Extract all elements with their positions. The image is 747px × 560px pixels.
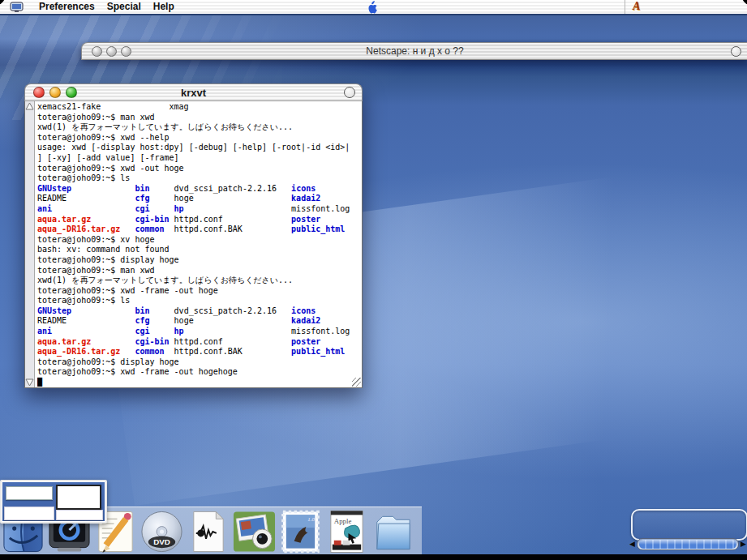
menu-item-help[interactable]: Help	[153, 0, 174, 14]
netscape-window-title: Netscape: н и д х о ??	[82, 45, 747, 57]
bottom-right-scrollbar: ◀ ▶	[629, 539, 746, 549]
menu-item-special[interactable]: Special	[107, 0, 141, 14]
netscape-window-titlebar[interactable]: Netscape: н и д х о ??	[81, 42, 747, 60]
system-menu-icon[interactable]	[10, 2, 24, 13]
dock-browser-apple-page-icon[interactable]: Apple	[324, 508, 370, 555]
dock-iphoto-icon[interactable]	[231, 508, 277, 555]
svg-text:Apple: Apple	[334, 517, 352, 525]
scroll-up-icon[interactable]	[25, 101, 34, 111]
resize-grip[interactable]	[352, 378, 361, 387]
terminal-collapse-button[interactable]	[344, 87, 355, 98]
dock-sound-document-icon[interactable]	[185, 508, 231, 555]
terminal-titlebar[interactable]: krxvt	[24, 83, 363, 101]
dock-mail-icon[interactable]: 1.0	[277, 508, 324, 555]
menu-bar-separator	[625, 0, 625, 14]
dock-folder-icon[interactable]	[370, 508, 416, 555]
scrollbar-right-arrow-icon[interactable]: ▶	[741, 539, 746, 549]
terminal-body: xemacs21-fake xmagtotera@joho09:~$ man x…	[24, 101, 363, 388]
terminal-scrollbar[interactable]	[25, 101, 35, 387]
menu-bar: Preferences Special Help A	[0, 0, 747, 15]
netscape-collapse-button[interactable]	[731, 46, 741, 57]
scroll-down-icon[interactable]	[25, 378, 34, 387]
terminal-window-title: krxvt	[25, 87, 362, 99]
scrollbar-track[interactable]	[637, 538, 739, 550]
svg-text:1.0: 1.0	[307, 516, 315, 522]
menu-item-preferences[interactable]: Preferences	[39, 0, 95, 14]
input-method-icon[interactable]: A	[633, 0, 640, 13]
scrollbar-thumb[interactable]	[639, 540, 736, 549]
crt-bottom-bezel	[0, 554, 747, 560]
minimized-window-preview	[2, 482, 105, 521]
dock-dvd-player-icon[interactable]: DVD	[139, 508, 185, 555]
screen: Preferences Special Help A Netscape: н и…	[0, 0, 747, 560]
apple-logo-icon[interactable]	[367, 1, 380, 14]
minimized-window-thumbnail[interactable]	[0, 480, 107, 524]
terminal-output[interactable]: xemacs21-fake xmagtotera@joho09:~$ man x…	[37, 102, 361, 387]
scrollbar-left-arrow-icon[interactable]: ◀	[629, 539, 635, 549]
bottom-right-panel	[631, 509, 747, 541]
svg-text:DVD: DVD	[153, 537, 170, 546]
terminal-window: krxvt xemacs21-fake xmagtotera@joho09:~$…	[24, 83, 363, 387]
